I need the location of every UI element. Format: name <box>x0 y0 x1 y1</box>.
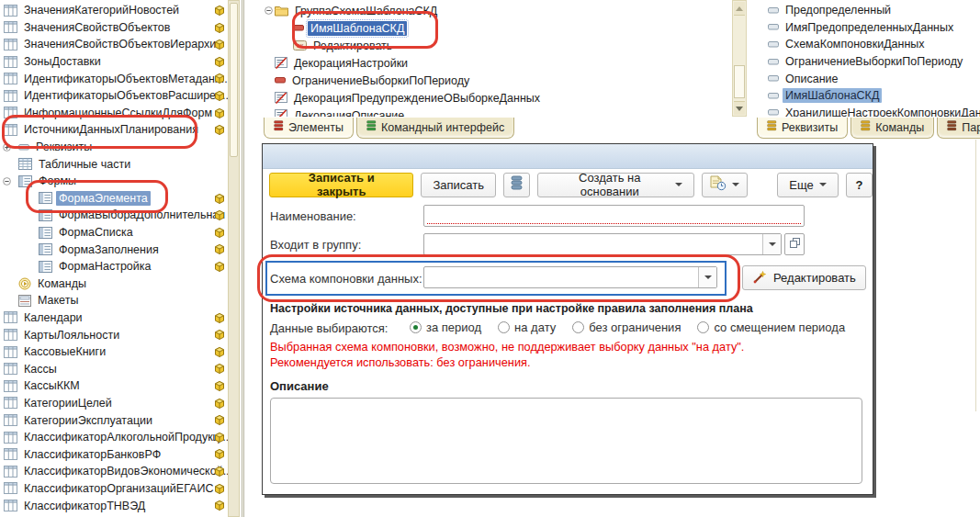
tree-item[interactable]: Реквизиты <box>0 139 228 156</box>
tree-item[interactable]: ФормаСписка <box>0 224 228 242</box>
tree-item[interactable]: ЗначенияКатегорийНовостей <box>0 2 228 19</box>
tree-item[interactable]: ИмяШаблонаСКД <box>755 87 980 105</box>
save-and-close-button[interactable]: Записать и закрыть <box>269 173 413 197</box>
collapse-toggle-icon[interactable] <box>3 177 11 185</box>
tree-item[interactable]: КлассификаторАлкогольнойПродукц... <box>0 429 228 446</box>
tree-item[interactable]: ДекорацияПредупреждениеОВыборкеДанных <box>262 89 731 107</box>
tab-элементы[interactable]: Элементы <box>264 118 354 139</box>
catalog-icon <box>4 39 17 51</box>
tree-item-label: ИсточникиДанныхПланирования <box>21 122 201 137</box>
help-button[interactable]: ? <box>846 173 873 197</box>
modified-cube-icon <box>215 125 224 135</box>
tree-item[interactable]: ИдентификаторыОбъектовМетаданн... <box>0 70 228 87</box>
catalog-icon <box>4 346 17 358</box>
form-elements-tree: ГруппаСхемаШаблонаСКДИмяШаблонаСКДокРеда… <box>262 0 731 117</box>
tree-item[interactable]: Формы <box>0 173 228 190</box>
tree-item[interactable]: ФормаЗаполнения <box>0 241 228 258</box>
tab-реквизиты[interactable]: Реквизиты <box>757 118 848 139</box>
decoration-icon <box>275 92 287 104</box>
tab-командный-интерфейс[interactable]: Командный интерфейс <box>356 118 514 139</box>
tree-item-label: Редактировать <box>310 39 395 53</box>
tree-item[interactable]: ФормаВыбораДополнительная <box>0 207 228 224</box>
tree-item[interactable]: КассыККМ <box>0 377 228 395</box>
tree-item-label: ФормаСписка <box>56 225 136 240</box>
save-button[interactable]: Записать <box>421 173 496 197</box>
magic-wand-icon <box>752 270 768 287</box>
tree-item[interactable]: ИнформационныеСсылкиДляФорм <box>0 105 228 122</box>
tree-item[interactable]: ФормаЭлемента <box>0 190 228 208</box>
chevron-down-icon <box>769 242 776 250</box>
name-input[interactable] <box>423 205 805 227</box>
reports-dropdown-button[interactable] <box>702 173 748 197</box>
scrollbar-thumb[interactable] <box>734 65 745 98</box>
tree-item[interactable]: ЗначенияСвойствОбъектовИерархия <box>0 36 228 53</box>
tree-item[interactable]: ИмяШаблонаСКД <box>262 19 731 37</box>
tree-item[interactable]: ДекорацияОписание <box>262 107 731 117</box>
tree-item[interactable]: КатегорииЭксплуатации <box>0 411 228 429</box>
tree-item[interactable]: ГруппаСхемаШаблонаСКД <box>262 2 731 19</box>
section-title: Настройки источника данных, доступные пр… <box>270 302 753 315</box>
group-dropdown-button[interactable] <box>762 234 781 254</box>
tree-item-label: ИдентификаторыОбъектовРасширен... <box>21 88 234 103</box>
description-textarea[interactable] <box>270 398 862 484</box>
catalog-icon <box>4 482 17 494</box>
tree-item[interactable]: КлассификаторТНВЭД <box>0 497 228 514</box>
radio-без-ограничения[interactable]: без ограничения <box>572 320 681 334</box>
collapse-toggle-icon[interactable] <box>265 6 273 15</box>
metadata-tree-scrollbar[interactable] <box>228 0 240 517</box>
tree-item[interactable]: ХранилищеНастроекКомпоновкиДан <box>755 105 980 117</box>
tree-item-label: КассовыеКниги <box>21 344 108 359</box>
tree-item[interactable]: ЗоныДоставки <box>0 53 228 71</box>
panel-splitter[interactable] <box>242 0 244 517</box>
create-based-on-button[interactable]: Создать на основании <box>537 173 694 197</box>
tree-item[interactable]: Табличные части <box>0 155 228 173</box>
edit-button[interactable]: Редактировать <box>742 265 866 290</box>
tree-item[interactable]: КлассификаторВидовЭкономической... <box>0 463 228 480</box>
tree-item[interactable]: Календари <box>0 309 228 327</box>
tree-item[interactable]: Макеты <box>0 292 228 309</box>
expand-toggle-icon[interactable] <box>3 143 11 152</box>
tree-item[interactable]: Предопределенный <box>755 2 980 19</box>
dcs-input[interactable] <box>423 266 717 288</box>
tree-item[interactable]: ДекорацияНастройки <box>262 54 731 72</box>
radio-label: на дату <box>514 320 556 334</box>
chevron-down-icon <box>675 183 682 190</box>
scroll-down-button[interactable] <box>734 101 745 115</box>
tab-парам[interactable]: Парам <box>937 118 980 139</box>
tree-item[interactable]: окРедактировать <box>262 37 731 54</box>
tree-item[interactable]: КатегорииЦелей <box>0 395 228 412</box>
tab-label: Командный интерфейс <box>381 121 504 134</box>
tree-item-label: ОграничениеВыборкиПоПериоду <box>289 73 472 88</box>
tree-item[interactable]: Описание <box>755 70 980 87</box>
tree-item[interactable]: СхемаКомпоновкиДанных <box>755 36 980 53</box>
tab-команды[interactable]: Команды <box>850 118 934 139</box>
tree-item[interactable]: Команды <box>0 275 228 293</box>
tree-item[interactable]: ОграничениеВыборкиПоПериоду <box>262 72 731 89</box>
tree-item[interactable]: ЗначенияСвойствОбъектов <box>0 19 228 37</box>
stacked-bars-icon <box>861 120 871 134</box>
tree-item[interactable]: Кассы <box>0 360 228 377</box>
radio-dot-icon <box>498 321 510 333</box>
tree-item[interactable]: КлассификаторБанковРФ <box>0 445 228 463</box>
radio-за-период[interactable]: за период <box>410 320 481 334</box>
form-elements-scrollbar[interactable] <box>732 0 747 117</box>
tree-item[interactable]: КлассификаторОрганизацийЕГАИС <box>0 480 228 498</box>
tree-item[interactable]: КассовыеКниги <box>0 343 228 361</box>
tree-item[interactable]: КартыЛояльности <box>0 326 228 343</box>
group-input[interactable] <box>423 233 782 255</box>
catalog-icon <box>4 329 17 341</box>
tree-item[interactable]: ОграничениеВыборкиПоПериоду <box>755 53 980 71</box>
radio-на-дату[interactable]: на дату <box>498 320 556 334</box>
tree-item[interactable]: ИсточникиДанныхПланирования <box>0 121 228 139</box>
radio-со-смещением-периода[interactable]: со смещением периода <box>697 320 845 334</box>
group-open-button[interactable] <box>784 233 805 255</box>
tree-item[interactable]: ИдентификаторыОбъектовРасширен... <box>0 87 228 105</box>
tree-item-label: ДекорацияПредупреждениеОВыборкеДанных <box>291 91 543 106</box>
more-button[interactable]: Еще <box>777 173 838 197</box>
structure-button[interactable] <box>503 173 530 197</box>
scroll-up-button[interactable] <box>734 2 745 16</box>
tree-item[interactable]: ИмяПредопределенныхДанных <box>755 19 980 37</box>
dcs-dropdown-button[interactable] <box>698 267 716 287</box>
scrollbar-thumb[interactable] <box>230 3 238 157</box>
tree-item[interactable]: ФормаНастройка <box>0 258 228 275</box>
